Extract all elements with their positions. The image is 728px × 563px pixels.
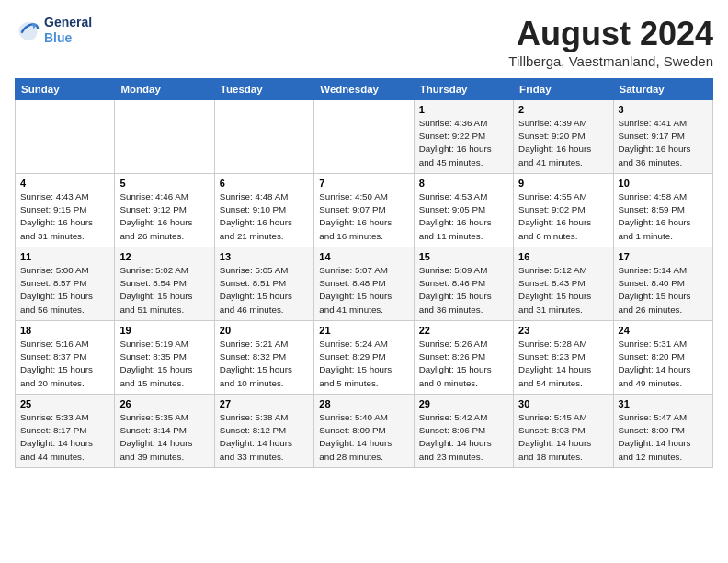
day-info: Sunrise: 5:16 AM Sunset: 8:37 PM Dayligh… xyxy=(20,338,109,390)
day-info: Sunrise: 5:00 AM Sunset: 8:57 PM Dayligh… xyxy=(20,264,109,316)
day-number: 31 xyxy=(619,398,708,409)
day-number: 11 xyxy=(20,251,109,262)
day-info: Sunrise: 5:35 AM Sunset: 8:14 PM Dayligh… xyxy=(119,411,209,464)
logo-line1: General xyxy=(44,15,92,30)
day-number: 14 xyxy=(319,251,408,262)
day-info: Sunrise: 4:46 AM Sunset: 9:12 PM Dayligh… xyxy=(119,190,209,243)
calendar-table: SundayMondayTuesdayWednesdayThursdayFrid… xyxy=(15,78,713,468)
day-number: 13 xyxy=(220,251,309,262)
calendar-cell: 16Sunrise: 5:12 AM Sunset: 8:43 PM Dayli… xyxy=(514,247,613,321)
week-row-2: 4Sunrise: 4:43 AM Sunset: 9:15 PM Daylig… xyxy=(16,174,713,247)
calendar-cell: 29Sunrise: 5:42 AM Sunset: 8:06 PM Dayli… xyxy=(414,395,513,468)
logo-line2: Blue xyxy=(44,30,92,46)
day-info: Sunrise: 5:45 AM Sunset: 8:03 PM Dayligh… xyxy=(518,411,608,464)
calendar-cell: 8Sunrise: 4:53 AM Sunset: 9:05 PM Daylig… xyxy=(414,174,513,247)
calendar-cell: 31Sunrise: 5:47 AM Sunset: 8:00 PM Dayli… xyxy=(613,395,712,468)
day-number: 19 xyxy=(119,325,209,336)
day-info: Sunrise: 5:05 AM Sunset: 8:51 PM Dayligh… xyxy=(220,264,309,316)
day-number: 10 xyxy=(619,178,708,189)
calendar-cell: 26Sunrise: 5:35 AM Sunset: 8:14 PM Dayli… xyxy=(115,395,214,468)
day-info: Sunrise: 5:02 AM Sunset: 8:54 PM Dayligh… xyxy=(119,264,209,316)
week-row-5: 25Sunrise: 5:33 AM Sunset: 8:17 PM Dayli… xyxy=(16,395,713,468)
page-header: General Blue August 2024 Tillberga, Vaes… xyxy=(15,15,713,69)
logo: General Blue xyxy=(15,15,92,46)
day-info: Sunrise: 5:21 AM Sunset: 8:32 PM Dayligh… xyxy=(220,338,309,390)
day-number: 25 xyxy=(20,398,109,409)
day-info: Sunrise: 4:53 AM Sunset: 9:05 PM Dayligh… xyxy=(419,190,508,243)
day-number: 30 xyxy=(518,398,608,409)
day-number: 5 xyxy=(119,178,209,189)
calendar-cell: 13Sunrise: 5:05 AM Sunset: 8:51 PM Dayli… xyxy=(214,247,313,321)
day-number: 18 xyxy=(20,325,109,336)
calendar-cell: 6Sunrise: 4:48 AM Sunset: 9:10 PM Daylig… xyxy=(214,174,313,247)
day-info: Sunrise: 5:09 AM Sunset: 8:46 PM Dayligh… xyxy=(419,264,508,316)
day-number: 12 xyxy=(119,251,209,262)
day-number: 3 xyxy=(619,104,708,115)
day-info: Sunrise: 5:24 AM Sunset: 8:29 PM Dayligh… xyxy=(319,338,408,390)
day-info: Sunrise: 5:42 AM Sunset: 8:06 PM Dayligh… xyxy=(419,411,508,464)
calendar-cell: 1Sunrise: 4:36 AM Sunset: 9:22 PM Daylig… xyxy=(414,100,513,174)
calendar-cell xyxy=(314,100,414,174)
calendar-cell: 12Sunrise: 5:02 AM Sunset: 8:54 PM Dayli… xyxy=(115,247,214,321)
day-info: Sunrise: 4:36 AM Sunset: 9:22 PM Dayligh… xyxy=(419,117,508,169)
day-number: 8 xyxy=(419,178,508,189)
day-number: 23 xyxy=(518,325,608,336)
day-number: 24 xyxy=(619,325,708,336)
day-number: 27 xyxy=(220,398,309,409)
day-info: Sunrise: 5:33 AM Sunset: 8:17 PM Dayligh… xyxy=(20,411,109,464)
day-info: Sunrise: 4:39 AM Sunset: 9:20 PM Dayligh… xyxy=(518,117,608,169)
calendar-cell: 19Sunrise: 5:19 AM Sunset: 8:35 PM Dayli… xyxy=(115,321,214,395)
calendar-cell: 23Sunrise: 5:28 AM Sunset: 8:23 PM Dayli… xyxy=(514,321,613,395)
day-number: 15 xyxy=(419,251,508,262)
calendar-cell: 18Sunrise: 5:16 AM Sunset: 8:37 PM Dayli… xyxy=(16,321,115,395)
day-info: Sunrise: 4:41 AM Sunset: 9:17 PM Dayligh… xyxy=(619,117,708,169)
day-number: 20 xyxy=(220,325,309,336)
day-number: 22 xyxy=(419,325,508,336)
calendar-cell: 20Sunrise: 5:21 AM Sunset: 8:32 PM Dayli… xyxy=(214,321,313,395)
calendar-cell: 21Sunrise: 5:24 AM Sunset: 8:29 PM Dayli… xyxy=(314,321,414,395)
week-row-3: 11Sunrise: 5:00 AM Sunset: 8:57 PM Dayli… xyxy=(16,247,713,321)
day-info: Sunrise: 5:28 AM Sunset: 8:23 PM Dayligh… xyxy=(518,338,608,390)
weekday-header-tuesday: Tuesday xyxy=(214,79,313,100)
calendar-cell: 4Sunrise: 4:43 AM Sunset: 9:15 PM Daylig… xyxy=(16,174,115,247)
day-info: Sunrise: 5:38 AM Sunset: 8:12 PM Dayligh… xyxy=(220,411,309,464)
day-info: Sunrise: 4:43 AM Sunset: 9:15 PM Dayligh… xyxy=(20,190,109,243)
day-number: 4 xyxy=(20,178,109,189)
calendar-cell: 24Sunrise: 5:31 AM Sunset: 8:20 PM Dayli… xyxy=(613,321,712,395)
day-info: Sunrise: 5:47 AM Sunset: 8:00 PM Dayligh… xyxy=(619,411,708,464)
location-title: Tillberga, Vaestmanland, Sweden xyxy=(508,53,713,69)
calendar-cell: 7Sunrise: 4:50 AM Sunset: 9:07 PM Daylig… xyxy=(314,174,414,247)
day-number: 16 xyxy=(518,251,608,262)
calendar-cell xyxy=(214,100,313,174)
week-row-1: 1Sunrise: 4:36 AM Sunset: 9:22 PM Daylig… xyxy=(16,100,713,174)
day-number: 28 xyxy=(319,398,408,409)
day-number: 9 xyxy=(518,178,608,189)
logo-icon xyxy=(15,17,40,43)
day-info: Sunrise: 4:50 AM Sunset: 9:07 PM Dayligh… xyxy=(319,190,408,243)
day-number: 1 xyxy=(419,104,508,115)
weekday-header-monday: Monday xyxy=(115,79,214,100)
calendar-cell: 3Sunrise: 4:41 AM Sunset: 9:17 PM Daylig… xyxy=(613,100,712,174)
calendar-cell: 11Sunrise: 5:00 AM Sunset: 8:57 PM Dayli… xyxy=(16,247,115,321)
calendar-cell: 28Sunrise: 5:40 AM Sunset: 8:09 PM Dayli… xyxy=(314,395,414,468)
weekday-header-thursday: Thursday xyxy=(414,79,513,100)
day-info: Sunrise: 4:55 AM Sunset: 9:02 PM Dayligh… xyxy=(518,190,608,243)
month-title: August 2024 xyxy=(508,15,713,53)
weekday-header-row: SundayMondayTuesdayWednesdayThursdayFrid… xyxy=(16,79,713,100)
day-info: Sunrise: 5:19 AM Sunset: 8:35 PM Dayligh… xyxy=(119,338,209,390)
day-number: 6 xyxy=(220,178,309,189)
day-number: 17 xyxy=(619,251,708,262)
calendar-cell xyxy=(16,100,115,174)
day-number: 21 xyxy=(319,325,408,336)
day-info: Sunrise: 5:12 AM Sunset: 8:43 PM Dayligh… xyxy=(518,264,608,316)
day-number: 2 xyxy=(518,104,608,115)
calendar-cell: 9Sunrise: 4:55 AM Sunset: 9:02 PM Daylig… xyxy=(514,174,613,247)
weekday-header-saturday: Saturday xyxy=(613,79,712,100)
day-info: Sunrise: 4:58 AM Sunset: 8:59 PM Dayligh… xyxy=(619,190,708,243)
week-row-4: 18Sunrise: 5:16 AM Sunset: 8:37 PM Dayli… xyxy=(16,321,713,395)
calendar-cell: 22Sunrise: 5:26 AM Sunset: 8:26 PM Dayli… xyxy=(414,321,513,395)
day-info: Sunrise: 5:07 AM Sunset: 8:48 PM Dayligh… xyxy=(319,264,408,316)
calendar-cell: 5Sunrise: 4:46 AM Sunset: 9:12 PM Daylig… xyxy=(115,174,214,247)
day-info: Sunrise: 5:26 AM Sunset: 8:26 PM Dayligh… xyxy=(419,338,508,390)
weekday-header-friday: Friday xyxy=(514,79,613,100)
